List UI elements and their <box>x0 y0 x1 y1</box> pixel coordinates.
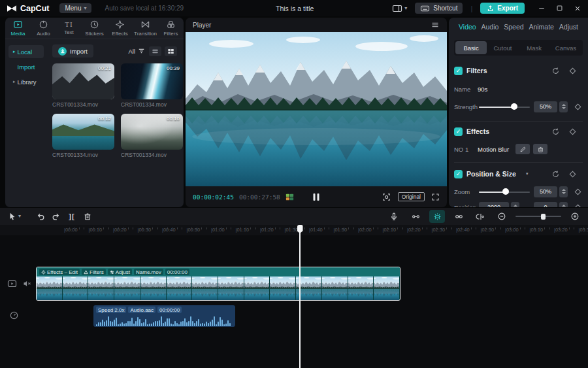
clip-badge-effects[interactable]: Effects – Edit <box>39 269 80 275</box>
keyframe-icon[interactable] <box>570 128 576 135</box>
media-thumbnail-foggy-forest: 00:10 <box>121 114 183 150</box>
subtab-mask[interactable]: Mask <box>519 41 550 54</box>
undo-button[interactable] <box>33 210 48 223</box>
auto-snap-button[interactable] <box>429 210 445 223</box>
player-menu-icon[interactable] <box>431 21 440 29</box>
export-button[interactable]: Export <box>480 3 525 14</box>
pause-button[interactable] <box>314 193 319 201</box>
tab-adjust[interactable]: Adjust <box>559 23 578 31</box>
media-item[interactable]: 00:10 CRST001334.mov <box>121 114 183 158</box>
keyframe-icon[interactable] <box>570 67 576 74</box>
clip-badge-adjust[interactable]: Adjust <box>108 269 132 275</box>
reset-icon[interactable] <box>551 67 560 75</box>
timeline-zoom-in-button[interactable] <box>567 210 583 223</box>
strength-stepper[interactable] <box>559 101 568 112</box>
waveform-bar <box>223 324 225 326</box>
position-y-value[interactable]: 0 <box>534 202 557 208</box>
media-item[interactable]: 00:21 CRST001334.mov <box>52 63 114 108</box>
fullscreen-icon[interactable] <box>431 193 440 201</box>
effects-checkbox[interactable]: ✓ <box>454 127 463 136</box>
layout-switch-button[interactable]: ▾ <box>392 4 407 13</box>
subtab-canvas[interactable]: Canvas <box>550 41 581 54</box>
keyframe-icon[interactable] <box>575 188 581 195</box>
tab-stickers[interactable]: Stickers <box>82 18 107 39</box>
divider: | <box>470 5 472 12</box>
tab-speed[interactable]: Speed <box>504 23 523 31</box>
position-x-stepper[interactable] <box>511 202 519 208</box>
collapse-icon[interactable]: ▾ <box>526 171 529 176</box>
filters-checkbox[interactable]: ✓ <box>454 67 463 75</box>
sidebar-item-import[interactable]: Import <box>8 60 44 73</box>
position-size-checkbox[interactable]: ✓ <box>454 170 463 178</box>
audio-clip[interactable]: Speed 2.0x Audio.aac 00:00:00 <box>93 305 235 327</box>
position-x-value[interactable]: 2000 <box>479 202 509 208</box>
waveform-bar <box>196 321 197 326</box>
ruler-minor-tick <box>476 227 476 229</box>
select-tool-button[interactable]: ▾ <box>4 210 25 223</box>
preview-viewport[interactable] <box>186 32 447 186</box>
reset-icon[interactable] <box>551 170 560 178</box>
timeline-zoom-out-button[interactable] <box>494 210 510 223</box>
record-voiceover-button[interactable] <box>386 210 402 223</box>
playhead-line <box>299 225 301 368</box>
edit-effect-button[interactable] <box>515 144 530 154</box>
list-view-button[interactable] <box>149 46 161 56</box>
filter-dropdown[interactable]: All <box>128 47 146 55</box>
shortcut-button[interactable]: Shortcut <box>415 3 463 14</box>
tab-transition[interactable]: Transition <box>133 18 158 39</box>
magnet-snap-button[interactable] <box>408 210 423 223</box>
tab-animate[interactable]: Animate <box>529 23 554 31</box>
keyframe-icon[interactable] <box>570 171 576 177</box>
delete-button[interactable] <box>80 210 95 223</box>
waveform-bar <box>120 324 121 326</box>
keyframe-icon[interactable] <box>575 103 581 110</box>
mute-track-icon[interactable] <box>22 278 33 289</box>
tab-text[interactable]: TI Text <box>56 18 82 39</box>
menu-button[interactable]: Menu ▾ <box>59 3 91 13</box>
timeline-zoom-slider[interactable] <box>515 212 561 221</box>
close-button[interactable] <box>574 5 581 12</box>
waveform-bar <box>188 321 189 327</box>
tab-effects[interactable]: Effects <box>107 18 133 39</box>
filter-name-value[interactable]: 90s <box>478 86 487 93</box>
snapshot-focus-icon[interactable] <box>382 192 391 202</box>
zoom-stepper[interactable] <box>559 186 568 197</box>
delete-effect-button[interactable] <box>533 144 547 154</box>
clip-badge-filters[interactable]: Filters <box>82 269 106 275</box>
link-clips-button[interactable] <box>451 210 466 223</box>
audio-track-icon[interactable] <box>9 310 19 320</box>
preview-axis-button[interactable] <box>472 210 488 223</box>
audio-clip-header: Speed 2.0x Audio.aac 00:00:00 <box>93 305 235 314</box>
grid-view-button[interactable] <box>165 46 177 56</box>
sidebar-item-library[interactable]: ▸ Library <box>8 75 44 88</box>
subtab-cutout[interactable]: Cutout <box>487 41 518 54</box>
zoom-value[interactable]: 50% <box>534 186 557 197</box>
media-item[interactable]: 00:12 CRST001334.mov <box>52 114 114 158</box>
tab-media[interactable]: Media <box>5 18 31 39</box>
strength-value[interactable]: 50% <box>534 101 557 112</box>
ruler-minor-tick <box>329 227 329 229</box>
split-button[interactable]: ][ <box>64 210 80 223</box>
subtab-basic[interactable]: Basic <box>455 41 487 54</box>
tab-audio-inspector[interactable]: Audio <box>482 23 499 31</box>
redo-button[interactable] <box>48 210 64 223</box>
media-item[interactable]: 00:39 CRST001334.mov <box>121 63 183 108</box>
strength-slider[interactable] <box>479 102 530 111</box>
maximize-button[interactable] <box>556 5 563 12</box>
timeline-ruler[interactable]: |00:00|00:10|00:20|00:30|00:40|00:50|01:… <box>0 225 588 235</box>
position-y-stepper[interactable] <box>559 202 568 208</box>
video-track-icon[interactable] <box>7 278 18 289</box>
tab-video[interactable]: Video <box>459 23 476 31</box>
frame-preview-icon[interactable] <box>286 193 294 201</box>
minimize-button[interactable] <box>538 5 546 12</box>
import-button[interactable]: Import <box>52 44 93 58</box>
tab-audio[interactable]: Audio <box>31 18 56 39</box>
tab-filters[interactable]: Filters <box>158 18 184 39</box>
original-ratio-button[interactable]: Original <box>398 192 425 201</box>
zoom-slider[interactable] <box>479 187 530 196</box>
keyframe-icon[interactable] <box>575 204 581 207</box>
ruler-minor-tick <box>74 227 74 229</box>
video-clip[interactable]: Effects – Edit Filters Adjust Name.mov 0… <box>36 267 400 301</box>
reset-icon[interactable] <box>551 127 560 136</box>
sidebar-item-local[interactable]: ▸ Local <box>8 45 44 58</box>
